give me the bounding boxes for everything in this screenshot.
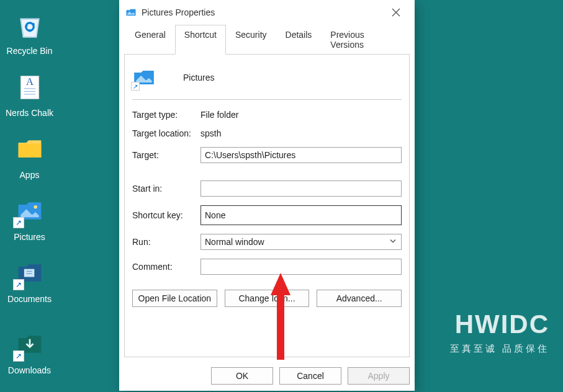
run-label: Run: (132, 237, 200, 247)
desktop-icon-nerds-chalk[interactable]: A Nerds Chalk (0, 67, 59, 129)
tab-bar: General Shortcut Security Details Previo… (124, 25, 410, 55)
svg-rect-6 (24, 269, 34, 277)
tab-security[interactable]: Security (226, 25, 276, 55)
desktop-icon-label: Nerds Chalk (6, 108, 53, 118)
shortcut-overlay-icon: ↗ (131, 82, 140, 91)
desktop-icon-label: Documents (7, 294, 52, 304)
svg-text:A: A (26, 76, 34, 87)
pictures-folder-icon: ↗ (14, 196, 45, 227)
shortcut-key-input[interactable] (200, 205, 402, 225)
desktop-icon-recycle-bin[interactable]: Recycle Bin (0, 5, 59, 67)
dialog-footer: OK Cancel Apply (119, 362, 415, 391)
shortcut-panel: ↗ Pictures Target type: File folder Targ… (124, 54, 410, 357)
comment-label: Comment: (132, 262, 200, 272)
apply-button[interactable]: Apply (348, 367, 410, 385)
target-type-label: Target type: (132, 110, 200, 120)
target-type-value: File folder (200, 110, 238, 120)
watermark-title: HWIDC (450, 310, 549, 339)
folder-title-icon (125, 7, 137, 18)
comment-input[interactable] (200, 259, 402, 275)
shortcut-overlay-icon: ↗ (13, 350, 24, 362)
advanced-button[interactable]: Advanced... (317, 290, 402, 307)
cancel-button[interactable]: Cancel (279, 367, 341, 385)
downloads-folder-icon: ↗ (14, 329, 45, 360)
desktop-icon-label: Recycle Bin (7, 46, 53, 56)
dialog-title: Pictures Properties (142, 7, 215, 17)
shortcut-header-icon: ↗ (132, 66, 156, 89)
shortcut-overlay-icon: ↗ (13, 279, 24, 290)
watermark-subtitle: 至真至诚 品质保住 (450, 343, 549, 355)
target-location-value: spsth (200, 128, 221, 138)
tab-shortcut[interactable]: Shortcut (175, 25, 226, 55)
properties-dialog: Pictures Properties General Shortcut Sec… (119, 0, 415, 391)
tab-details[interactable]: Details (276, 25, 322, 55)
tab-general[interactable]: General (125, 25, 175, 55)
desktop: Recycle Bin A Nerds Chalk Apps (0, 0, 118, 392)
desktop-icon-apps[interactable]: Apps (0, 129, 59, 191)
desktop-icon-label: Pictures (14, 232, 45, 242)
start-in-label: Start in: (132, 184, 200, 194)
shortcut-name-value: Pictures (183, 73, 215, 82)
watermark: HWIDC 至真至诚 品质保住 (450, 310, 549, 355)
run-select[interactable] (200, 234, 402, 250)
shortcut-key-label: Shortcut key: (132, 210, 200, 220)
shortcut-overlay-icon: ↗ (13, 217, 24, 228)
documents-folder-icon: ↗ (14, 258, 45, 289)
target-location-label: Target location: (132, 128, 200, 138)
target-input[interactable] (200, 147, 402, 163)
desktop-icon-documents[interactable]: ↗ Documents (0, 253, 59, 315)
close-button[interactable] (384, 3, 408, 22)
recycle-bin-icon (14, 10, 45, 41)
titlebar[interactable]: Pictures Properties (119, 0, 415, 25)
desktop-icon-downloads[interactable]: ↗ Downloads (0, 324, 59, 386)
open-file-location-button[interactable]: Open File Location (132, 290, 217, 307)
desktop-icon-label: Apps (20, 170, 40, 180)
target-label: Target: (132, 150, 200, 160)
tab-previous-versions[interactable]: Previous Versions (321, 25, 408, 55)
ok-button[interactable]: OK (211, 367, 273, 385)
svg-point-5 (34, 205, 37, 209)
change-icon-button[interactable]: Change Icon... (225, 290, 310, 307)
desktop-icon-pictures[interactable]: ↗ Pictures (0, 191, 59, 253)
start-in-input[interactable] (200, 180, 402, 197)
desktop-icon-label: Downloads (8, 365, 51, 375)
folder-icon (14, 134, 45, 165)
document-icon: A (14, 72, 45, 103)
